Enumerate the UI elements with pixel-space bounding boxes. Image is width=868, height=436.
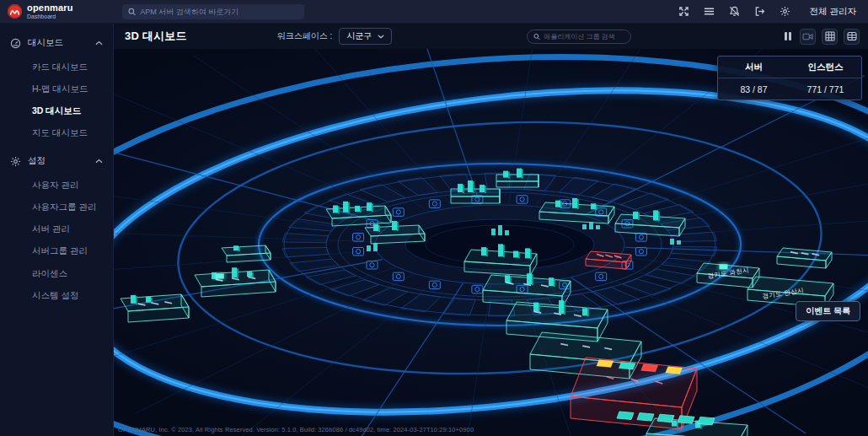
sidebar-item-servergroup-management[interactable]: 서버그룹 관리 bbox=[0, 240, 113, 261]
stats-value-server: 83 / 87 bbox=[718, 78, 790, 100]
settings-gear-icon[interactable] bbox=[780, 6, 791, 18]
sidebar-item-system-settings[interactable]: 시스템 설정 bbox=[0, 284, 113, 306]
search-icon bbox=[128, 8, 136, 16]
chevron-up-icon bbox=[95, 159, 103, 164]
brand-subtitle: Dashboard bbox=[27, 13, 73, 19]
sidebar-section-settings[interactable]: 설정 bbox=[0, 148, 113, 174]
grid-icon bbox=[825, 31, 835, 41]
page-header: 3D 대시보드 워크스페이스 : 시군구 bbox=[114, 24, 868, 49]
settings-gear-icon bbox=[10, 156, 21, 167]
workspace-label: 워크스페이스 : bbox=[277, 30, 333, 42]
current-user-label[interactable]: 전체 관리자 bbox=[810, 6, 856, 18]
brand-name: openmaru bbox=[27, 3, 73, 13]
3d-scene[interactable]: 경기도 과천시 경기도 안산시 bbox=[114, 49, 868, 436]
table-list-icon bbox=[847, 31, 857, 41]
page-title: 3D 대시보드 bbox=[125, 29, 187, 44]
sidebar-item-user-management[interactable]: 사용자 관리 bbox=[0, 174, 113, 196]
sidebar-item-license[interactable]: 라이센스 bbox=[0, 262, 113, 284]
menu-icon[interactable] bbox=[704, 6, 715, 18]
sidebar-section-dashboard[interactable]: 대시보드 bbox=[0, 30, 113, 56]
application-group-search-input[interactable] bbox=[544, 33, 624, 40]
sidebar-item-3d-dashboard[interactable]: 3D 대시보드 bbox=[0, 100, 113, 121]
search-icon bbox=[533, 33, 540, 40]
dashboard-gauge-icon bbox=[10, 38, 21, 49]
workspace-select[interactable]: 시군구 bbox=[339, 28, 392, 45]
server-instance-stats-panel: 서버 인스턴스 83 / 87 771 / 771 bbox=[717, 56, 862, 100]
stats-value-instance: 771 / 771 bbox=[790, 78, 861, 100]
rings-layer bbox=[114, 49, 868, 436]
app-logo[interactable]: openmaru Dashboard bbox=[0, 3, 114, 19]
sidebar-item-usergroup-management[interactable]: 사용자그룹 관리 bbox=[0, 196, 113, 218]
chevron-down-icon bbox=[378, 35, 384, 39]
workspace-selected-value: 시군구 bbox=[346, 30, 372, 42]
logout-icon[interactable] bbox=[754, 6, 766, 18]
camera-view-button[interactable] bbox=[800, 29, 816, 45]
footer-version-text: OPENMARU, Inc. © 2023, All Rights Reserv… bbox=[118, 426, 474, 433]
notifications-off-icon[interactable] bbox=[729, 6, 741, 18]
application-group-search[interactable] bbox=[527, 30, 631, 44]
table-view-button[interactable] bbox=[844, 29, 860, 45]
grid-view-button[interactable] bbox=[822, 29, 838, 45]
fullscreen-icon[interactable] bbox=[678, 6, 690, 18]
apm-server-search[interactable] bbox=[122, 4, 304, 19]
sidebar-item-map-dashboard[interactable]: 지도 대시보드 bbox=[0, 121, 113, 143]
top-bar: openmaru Dashboard 전체 관리자 bbox=[0, 0, 868, 24]
stats-col-server: 서버 bbox=[718, 57, 790, 78]
sidebar-section-label: 설정 bbox=[28, 155, 88, 167]
pause-icon[interactable] bbox=[782, 30, 794, 42]
sidebar-item-hmap-dashboard[interactable]: H-맵 대시보드 bbox=[0, 78, 113, 100]
sidebar-item-card-dashboard[interactable]: 카드 대시보드 bbox=[0, 56, 113, 78]
event-list-button[interactable]: 이벤트 목록 bbox=[796, 301, 860, 321]
openmaru-logo-icon bbox=[8, 4, 22, 19]
sidebar-section-label: 대시보드 bbox=[28, 37, 88, 49]
sidebar: 대시보드 카드 대시보드 H-맵 대시보드 3D 대시보드 지도 대시보드 설정… bbox=[0, 24, 114, 436]
sidebar-item-server-management[interactable]: 서버 관리 bbox=[0, 218, 113, 240]
apm-server-search-input[interactable] bbox=[140, 8, 298, 16]
3d-viewport: 경기도 과천시 경기도 안산시 서버 인스턴스 83 / 87 771 / 77… bbox=[114, 49, 868, 436]
video-camera-icon bbox=[802, 32, 813, 41]
stats-col-instance: 인스턴스 bbox=[790, 57, 861, 78]
chevron-up-icon bbox=[95, 40, 103, 46]
